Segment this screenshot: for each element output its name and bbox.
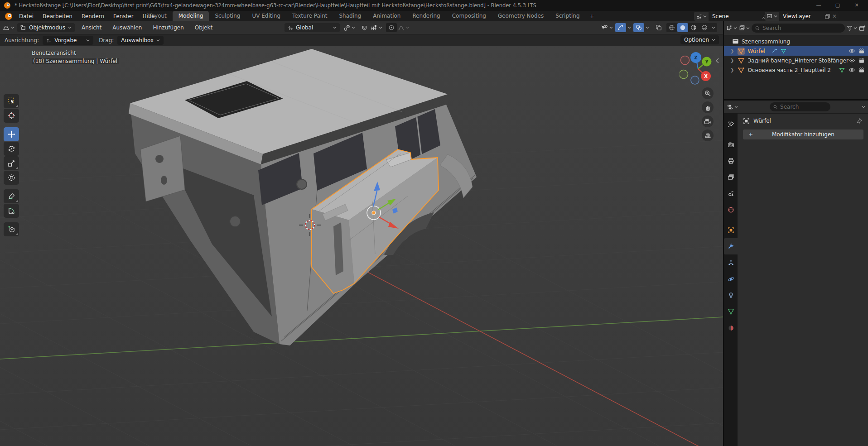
maximize-button[interactable]: ▢: [828, 0, 847, 11]
shading-rendered-button[interactable]: [699, 23, 710, 32]
tab-layout[interactable]: Layout: [142, 11, 173, 21]
add-workspace-button[interactable]: +: [586, 11, 598, 21]
pin-icon[interactable]: [856, 118, 863, 124]
tab-material[interactable]: [724, 320, 738, 336]
viewlayer-browse-button[interactable]: [765, 12, 779, 21]
collection-row[interactable]: Szenensammlung: [724, 37, 868, 46]
outliner-search[interactable]: [752, 24, 845, 33]
tab-data[interactable]: [724, 303, 738, 320]
tab-constraints[interactable]: [724, 287, 738, 303]
menu-auswaehlen[interactable]: Auswählen: [108, 24, 146, 31]
expand-arrow-icon[interactable]: ❯: [730, 58, 734, 63]
menu-datei[interactable]: Datei: [14, 13, 38, 19]
viewlayer-name-field[interactable]: ViewLayer: [779, 12, 823, 21]
blender-menu-icon[interactable]: [5, 12, 13, 20]
outliner-row-wuerfel[interactable]: ❯ Würfel: [724, 46, 868, 56]
menu-fenster[interactable]: Fenster: [109, 13, 138, 19]
pivot-point-dropdown[interactable]: [343, 24, 355, 31]
tab-animation[interactable]: Animation: [367, 11, 406, 21]
disable-render-camera-icon[interactable]: [858, 67, 865, 73]
tab-rendering[interactable]: Rendering: [406, 11, 446, 21]
axis-ball-x-negative[interactable]: [681, 56, 690, 65]
menu-rendern[interactable]: Rendern: [77, 13, 109, 19]
add-modifier-button[interactable]: + Modifikator hinzufügen: [743, 129, 863, 139]
tab-shading[interactable]: Shading: [333, 11, 367, 21]
breadcrumb-object-name[interactable]: Würfel: [753, 118, 771, 124]
new-collection-button[interactable]: [859, 25, 866, 32]
tab-geometry-nodes[interactable]: Geometry Nodes: [492, 11, 550, 21]
outliner-display-mode-button[interactable]: [739, 25, 750, 31]
outliner-row-hauptteil[interactable]: ❯ Основная часть 2_Hauptteil 2: [724, 65, 868, 75]
proportional-edit-toggle[interactable]: [386, 23, 397, 32]
axis-ball-z-negative[interactable]: [691, 76, 699, 84]
optionen-dropdown[interactable]: Optionen: [680, 35, 719, 44]
shading-wireframe-button[interactable]: [666, 23, 677, 32]
tab-object[interactable]: [724, 222, 738, 238]
axis-ball-y-negative[interactable]: [680, 70, 688, 79]
properties-search-input[interactable]: [780, 104, 826, 110]
ausrichtung-dropdown[interactable]: Vorgabe: [43, 36, 93, 45]
snap-settings-dropdown[interactable]: [371, 24, 382, 31]
expand-arrow-icon[interactable]: ❯: [730, 48, 734, 53]
navigation-axis-gizmo[interactable]: Z Y X: [680, 49, 718, 87]
menu-objekt[interactable]: Objekt: [191, 24, 217, 31]
show-overlays-toggle[interactable]: [633, 23, 644, 32]
tab-output[interactable]: [724, 153, 738, 169]
tool-rotate[interactable]: [4, 142, 19, 156]
tool-cursor[interactable]: [4, 109, 19, 123]
menu-bearbeiten[interactable]: Bearbeiten: [38, 13, 77, 19]
viewport-canvas[interactable]: Benutzeransicht (18) Szenensammlung | Wü…: [0, 46, 723, 446]
tab-tool[interactable]: [724, 116, 738, 132]
tab-world[interactable]: [724, 201, 738, 218]
tab-uv-editing[interactable]: UV Editing: [246, 11, 286, 21]
drag-dropdown[interactable]: Auswahlbox: [117, 36, 164, 45]
mode-dropdown[interactable]: Objektmodus: [17, 23, 75, 32]
tab-modeling[interactable]: Modeling: [173, 11, 209, 21]
minimize-button[interactable]: —: [809, 0, 828, 11]
tab-viewlayer[interactable]: [724, 169, 738, 185]
xray-toggle[interactable]: [653, 23, 664, 32]
menu-ansicht[interactable]: Ansicht: [77, 24, 106, 31]
tool-move[interactable]: [4, 127, 19, 141]
disable-render-camera-icon[interactable]: [858, 48, 865, 54]
outliner-row-bumper[interactable]: ❯ Задний бампер_Hinterer Stoßfänger: [724, 56, 868, 65]
tool-scale[interactable]: [4, 156, 19, 170]
properties-editor-type-button[interactable]: [727, 104, 738, 110]
shading-material-button[interactable]: [688, 23, 699, 32]
scene-name-field[interactable]: Scene: [709, 12, 760, 21]
visibility-dropdown[interactable]: [601, 24, 613, 31]
tool-select-box[interactable]: [4, 94, 19, 108]
tool-measure[interactable]: [4, 204, 19, 218]
camera-view-button[interactable]: [702, 115, 714, 127]
snap-toggle-button[interactable]: [359, 23, 370, 32]
tab-render[interactable]: [724, 136, 738, 153]
tool-annotate[interactable]: [4, 189, 19, 203]
properties-search[interactable]: [770, 102, 830, 111]
zoom-button[interactable]: [702, 87, 714, 99]
hide-viewport-eye-icon[interactable]: [849, 67, 855, 73]
outliner-editor-type-button[interactable]: [726, 25, 737, 31]
tab-particles[interactable]: [724, 254, 738, 271]
delete-viewlayer-icon[interactable]: ✕: [832, 13, 837, 19]
chevron-down-icon[interactable]: [862, 106, 865, 108]
outliner-search-input[interactable]: [762, 25, 841, 31]
outliner-filter-button[interactable]: [847, 25, 857, 31]
hide-viewport-eye-icon[interactable]: [849, 58, 855, 63]
menu-hinzufuegen[interactable]: Hinzufügen: [149, 24, 188, 31]
tab-physics[interactable]: [724, 271, 738, 287]
pan-button[interactable]: [702, 101, 714, 113]
shading-solid-button[interactable]: [677, 23, 688, 32]
tab-texture-paint[interactable]: Texture Paint: [286, 11, 333, 21]
close-button[interactable]: ✕: [847, 0, 866, 11]
tab-scripting[interactable]: Scripting: [550, 11, 585, 21]
disable-render-camera-icon[interactable]: [858, 58, 865, 64]
scene-browse-button[interactable]: [694, 12, 709, 21]
editor-type-button[interactable]: [3, 24, 14, 31]
toggle-ortho-button[interactable]: [702, 129, 714, 141]
hide-viewport-eye-icon[interactable]: [849, 48, 855, 54]
tab-scene[interactable]: [724, 185, 738, 201]
new-viewlayer-icon[interactable]: [825, 14, 830, 19]
tab-sculpting[interactable]: Sculpting: [209, 11, 246, 21]
tool-add-cube[interactable]: [4, 222, 19, 236]
tab-compositing[interactable]: Compositing: [446, 11, 492, 21]
